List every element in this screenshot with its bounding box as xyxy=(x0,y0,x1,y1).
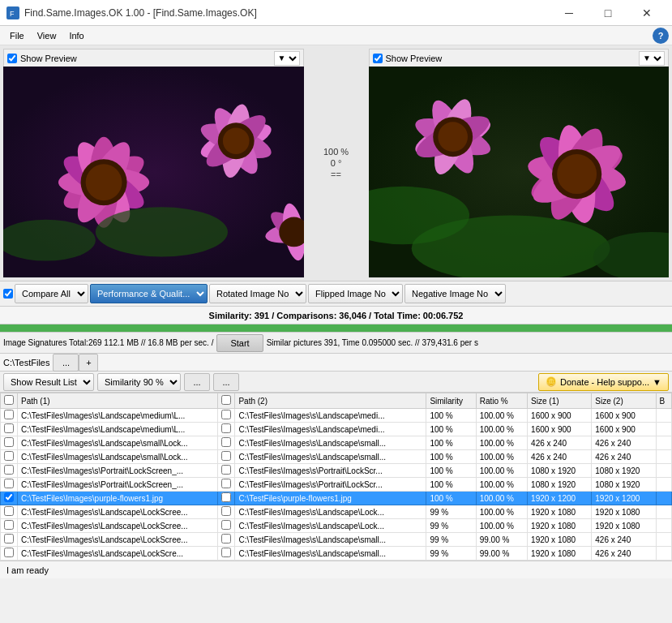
row-check2-checkbox[interactable] xyxy=(221,548,231,557)
row-check2-checkbox[interactable] xyxy=(221,492,231,502)
help-icon[interactable]: ? xyxy=(653,28,669,44)
row-check2-checkbox[interactable] xyxy=(221,465,231,475)
table-row[interactable]: C:\TestFiles\Images\s\Portrait\LockScree… xyxy=(1,464,672,478)
row-check1-checkbox[interactable] xyxy=(4,410,14,419)
rotated-image-dropdown[interactable]: Rotated Image No xyxy=(209,284,306,303)
results-dots2-button[interactable]: ... xyxy=(213,373,239,391)
row-check1-cell xyxy=(1,519,18,533)
path-add-button[interactable]: + xyxy=(79,354,98,372)
app-icon: F xyxy=(6,6,19,19)
row-size2: 426 x 240 xyxy=(592,547,656,561)
preview-left-dropdown[interactable]: ▼ xyxy=(274,51,300,66)
row-check1-checkbox[interactable] xyxy=(4,465,14,475)
similarity-dropdown[interactable]: Similarity 90 % xyxy=(97,373,181,391)
maximize-button[interactable]: □ xyxy=(589,0,627,26)
row-check1-checkbox[interactable] xyxy=(4,506,14,516)
donate-button[interactable]: 🪙 Donate - Help suppo... ▼ xyxy=(538,373,669,391)
col-header-similarity[interactable]: Similarity xyxy=(426,393,476,409)
row-size2: 426 x 240 xyxy=(592,450,656,464)
row-check1-cell xyxy=(1,409,18,423)
progress-bar-fill xyxy=(0,324,672,332)
table-row[interactable]: C:\TestFiles\Images\s\Landscape\medium\L… xyxy=(1,409,672,423)
row-check1-checkbox[interactable] xyxy=(4,534,14,544)
table-row[interactable]: C:\TestFiles\Images\purple-flowers1.jpg … xyxy=(1,492,672,505)
negative-image-dropdown[interactable]: Negative Image No xyxy=(404,284,506,303)
row-path2: C:\TestFiles\Images\s\Portrait\LockScr..… xyxy=(235,464,426,478)
similarity-bar: Similarity: 391 / Comparisons: 36,046 / … xyxy=(0,307,672,324)
table-row[interactable]: C:\TestFiles\Images\s\Landscape\small\Lo… xyxy=(1,436,672,450)
row-size1: 1600 x 900 xyxy=(528,423,592,436)
donate-icon: 🪙 xyxy=(546,376,557,387)
menu-bar: File View Info ? xyxy=(0,26,672,45)
col-header-ratio[interactable]: Ratio % xyxy=(476,393,527,409)
row-check2-checkbox[interactable] xyxy=(221,437,231,447)
col-header-check2 xyxy=(218,393,235,409)
row-check1-checkbox[interactable] xyxy=(4,492,14,502)
row-check2-checkbox[interactable] xyxy=(221,451,231,461)
show-preview-left-checkbox[interactable] xyxy=(7,54,17,63)
row-check2-cell xyxy=(218,478,235,492)
col-header-path1[interactable]: Path (1) xyxy=(18,393,218,409)
signature-right-text: Similar pictures 391, Time 0.095000 sec.… xyxy=(267,338,478,347)
col-header-path2[interactable]: Path (2) xyxy=(235,393,426,409)
table-container[interactable]: Path (1) Path (2) Similarity Ratio % Siz… xyxy=(0,393,672,561)
row-size1: 1920 x 1080 xyxy=(528,519,592,533)
row-check2-checkbox[interactable] xyxy=(221,520,231,530)
preview-checkbox-row-left: Show Preview ▼ xyxy=(3,49,304,67)
row-check2-checkbox[interactable] xyxy=(221,410,231,419)
svg-point-35 xyxy=(557,154,597,194)
show-result-list-dropdown[interactable]: Show Result List xyxy=(3,373,94,391)
col-header-size2[interactable]: Size (2) xyxy=(592,393,656,409)
compare-all-checkbox[interactable] xyxy=(3,289,13,299)
row-check1-checkbox[interactable] xyxy=(4,423,14,433)
select-all-2-checkbox[interactable] xyxy=(221,395,231,405)
row-check1-checkbox[interactable] xyxy=(4,479,14,488)
row-check2-checkbox[interactable] xyxy=(221,534,231,544)
preview-image-left xyxy=(3,67,304,277)
row-check2-cell xyxy=(218,423,235,436)
start-button[interactable]: Start xyxy=(216,334,263,352)
table-row[interactable]: C:\TestFiles\Images\s\Landscape\LockScre… xyxy=(1,519,672,533)
row-check2-cell xyxy=(218,492,235,505)
row-similarity: 99 % xyxy=(426,519,476,533)
row-check2-checkbox[interactable] xyxy=(221,479,231,488)
col-header-b[interactable]: B xyxy=(656,393,671,409)
flipped-image-dropdown[interactable]: Flipped Image No xyxy=(308,284,403,303)
status-bar: I am ready xyxy=(0,561,672,578)
table-row[interactable]: C:\TestFiles\Images\s\Landscape\LockScre… xyxy=(1,505,672,519)
row-check2-checkbox[interactable] xyxy=(221,506,231,516)
menu-info[interactable]: Info xyxy=(62,29,90,42)
table-row[interactable]: C:\TestFiles\Images\s\Landscape\small\Lo… xyxy=(1,450,672,464)
col-header-size1[interactable]: Size (1) xyxy=(528,393,592,409)
row-check1-checkbox[interactable] xyxy=(4,548,14,557)
row-similarity: 100 % xyxy=(426,409,476,423)
performance-dropdown[interactable]: Performance & Qualit... xyxy=(90,284,208,303)
preview-panel-right: Show Preview ▼ xyxy=(369,49,670,277)
menu-view[interactable]: View xyxy=(31,29,63,42)
row-path1: C:\TestFiles\Images\s\Landscape\LockScre… xyxy=(18,547,218,561)
row-check2-checkbox[interactable] xyxy=(221,423,231,433)
row-ratio: 99.00 % xyxy=(476,547,527,561)
show-preview-right-checkbox[interactable] xyxy=(373,54,383,63)
select-all-1-checkbox[interactable] xyxy=(4,395,14,405)
table-row[interactable]: C:\TestFiles\Images\s\Landscape\LockScre… xyxy=(1,533,672,547)
donate-chevron-icon: ▼ xyxy=(653,377,661,387)
row-check1-checkbox[interactable] xyxy=(4,451,14,461)
table-row[interactable]: C:\TestFiles\Images\s\Landscape\LockScre… xyxy=(1,547,672,561)
minimize-button[interactable]: ─ xyxy=(550,0,588,26)
close-button[interactable]: ✕ xyxy=(628,0,666,26)
rotation-degrees: 0 ° xyxy=(331,158,342,168)
preview-checkbox-row-right: Show Preview ▼ xyxy=(369,49,670,67)
table-row[interactable]: C:\TestFiles\Images\s\Portrait\LockScree… xyxy=(1,478,672,492)
table-row[interactable]: C:\TestFiles\Images\s\Landscape\medium\L… xyxy=(1,423,672,436)
compare-all-dropdown[interactable]: Compare All xyxy=(15,284,88,303)
path-browse-button[interactable]: ... xyxy=(53,354,79,372)
row-size1: 1920 x 1080 xyxy=(528,547,592,561)
row-check2-cell xyxy=(218,409,235,423)
row-check1-checkbox[interactable] xyxy=(4,437,14,447)
row-size2: 1080 x 1920 xyxy=(592,464,656,478)
menu-file[interactable]: File xyxy=(3,29,31,42)
results-dots1-button[interactable]: ... xyxy=(184,373,210,391)
preview-right-dropdown[interactable]: ▼ xyxy=(639,51,665,66)
row-check1-checkbox[interactable] xyxy=(4,520,14,530)
